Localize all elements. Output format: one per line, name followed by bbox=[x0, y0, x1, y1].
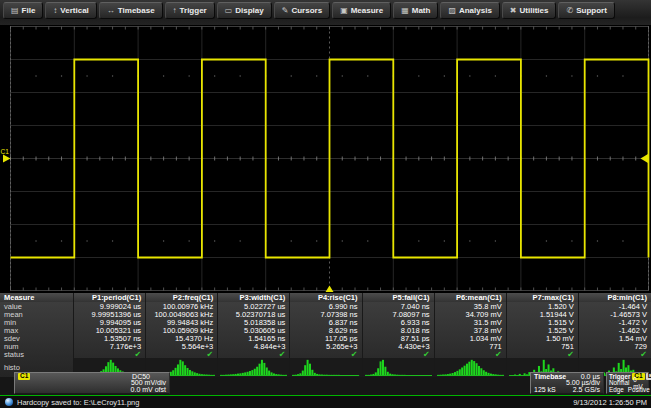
measure-value-p1: 9.999024 us bbox=[74, 302, 146, 310]
menubar: ▤File↕Vertical↔Timebase↑Trigger▭Display✎… bbox=[0, 0, 651, 25]
channel-c1-descriptor[interactable]: C1 DC50 500 mV/div 0.0 mV ofst bbox=[14, 372, 170, 394]
measure-sdev-p4: 117.05 ps bbox=[290, 334, 362, 342]
measure-max-p2: 100.05909 kHz bbox=[146, 326, 218, 334]
timebase-descriptor[interactable]: Timebase 0.0 µs 5.00 µs/div 125 kS 2.5 G… bbox=[530, 372, 604, 394]
measure-header-p8[interactable]: P8:min(C1) bbox=[579, 293, 651, 302]
menu-timebase[interactable]: ↔Timebase bbox=[99, 2, 163, 19]
measure-num-p8: 729 bbox=[579, 342, 651, 350]
measure-header-p5[interactable]: P5:fall(C1) bbox=[363, 293, 435, 302]
measure-header-p2[interactable]: P2:freq(C1) bbox=[146, 293, 218, 302]
menu-measure[interactable]: ▣Measure bbox=[332, 2, 391, 19]
status-check-p5: ✔ bbox=[363, 350, 435, 358]
clock-datetime: 9/13/2012 1:26:50 PM bbox=[573, 398, 647, 407]
menu-support[interactable]: ✆Support bbox=[558, 2, 614, 19]
oscilloscope-app: ▤File↕Vertical↔Timebase↑Trigger▭Display✎… bbox=[0, 0, 651, 408]
menu-math[interactable]: ▦Math bbox=[393, 2, 438, 19]
menu-label: Measure bbox=[351, 6, 383, 15]
waveform-display[interactable]: C1 bbox=[0, 25, 651, 293]
measure-sdev-p1: 1.53507 ns bbox=[74, 334, 146, 342]
status-check-p2: ✔ bbox=[146, 350, 218, 358]
measure-num-p6: 771 bbox=[435, 342, 507, 350]
status-check-p4: ✔ bbox=[290, 350, 362, 358]
menu-display[interactable]: ▭Display bbox=[217, 2, 272, 19]
grid-svg[interactable]: C1 bbox=[0, 25, 651, 293]
measure-value-p3: 5.022727 us bbox=[218, 302, 290, 310]
trigger-icon: ↑ bbox=[173, 7, 177, 15]
menu-cursors[interactable]: ✎Cursors bbox=[274, 2, 330, 19]
measure-min-p5: 6.933 ns bbox=[363, 318, 435, 326]
measure-header-p1[interactable]: P1:period(C1) bbox=[74, 293, 146, 302]
trigger-position-marker[interactable] bbox=[326, 286, 334, 293]
measure-value-p7: 1.520 V bbox=[507, 302, 579, 310]
channel-badge: C1 bbox=[18, 373, 30, 380]
measure-num-p4: 5.265e+3 bbox=[290, 342, 362, 350]
menu-vertical[interactable]: ↕Vertical bbox=[45, 2, 96, 19]
histogram-p3 bbox=[218, 358, 290, 377]
utilities-icon: ✖ bbox=[510, 7, 517, 15]
measure-sdev-p2: 15.4370 Hz bbox=[146, 334, 218, 342]
measure-header-p6[interactable]: P6:mean(C1) bbox=[435, 293, 507, 302]
menu-label: Vertical bbox=[60, 6, 88, 15]
trigger-slope-label: Positive bbox=[628, 386, 650, 393]
timebase-icon: ↔ bbox=[107, 7, 115, 15]
measure-num-p3: 4.844e+3 bbox=[218, 342, 290, 350]
trigger-descriptor[interactable]: Trigger C1 DC Normal 0 mV Edge Positive bbox=[606, 372, 649, 394]
histogram-p5 bbox=[363, 358, 435, 377]
measure-mean-p8: -1.46573 V bbox=[579, 310, 651, 318]
row-label-sdev: sdev bbox=[0, 334, 74, 342]
measure-num-p2: 5.564e+3 bbox=[146, 342, 218, 350]
menu-label: Timebase bbox=[118, 6, 155, 15]
support-icon: ✆ bbox=[566, 7, 573, 15]
menu-label: Utilities bbox=[520, 6, 549, 15]
measure-sdev-p5: 87.51 ps bbox=[363, 334, 435, 342]
measure-mean-p1: 9.99951396 us bbox=[74, 310, 146, 318]
measure-value-p8: -1.464 V bbox=[579, 302, 651, 310]
menu-label: Trigger bbox=[180, 6, 207, 15]
measure-value-p6: 35.8 mV bbox=[435, 302, 507, 310]
status-check-p1: ✔ bbox=[74, 350, 146, 358]
measure-num-p7: 751 bbox=[507, 342, 579, 350]
histogram-p6 bbox=[435, 358, 507, 377]
measure-mean-p7: 1.51944 V bbox=[507, 310, 579, 318]
trigger-level-marker[interactable] bbox=[641, 154, 649, 163]
measure-min-p4: 6.837 ns bbox=[290, 318, 362, 326]
measure-min-p8: -1.472 V bbox=[579, 318, 651, 326]
status-check-p3: ✔ bbox=[218, 350, 290, 358]
c1-ground-marker[interactable] bbox=[3, 155, 11, 163]
measure-mean-p2: 100.0049063 kHz bbox=[146, 310, 218, 318]
measure-max-p6: 37.8 mV bbox=[435, 326, 507, 334]
display-icon: ▭ bbox=[225, 7, 233, 15]
measure-table: MeasureP1:period(C1)P2:freq(C1)P3:width(… bbox=[0, 293, 651, 377]
row-label-num: num bbox=[0, 342, 74, 350]
menu-analysis[interactable]: ▨Analysis bbox=[440, 2, 499, 19]
measure-max-p8: -1.462 V bbox=[579, 326, 651, 334]
menu-trigger[interactable]: ↑Trigger bbox=[165, 2, 215, 19]
analysis-icon: ▨ bbox=[448, 7, 456, 15]
measure-min-p2: 99.94843 kHz bbox=[146, 318, 218, 326]
menu-file[interactable]: ▤File bbox=[3, 2, 43, 19]
menu-label: File bbox=[22, 6, 36, 15]
measure-mean-p3: 5.02370718 us bbox=[218, 310, 290, 318]
measure-min-p3: 5.018358 us bbox=[218, 318, 290, 326]
measure-sdev-p8: 1.54 mV bbox=[579, 334, 651, 342]
timebase-title: Timebase bbox=[534, 373, 566, 380]
menu-utilities[interactable]: ✖Utilities bbox=[502, 2, 557, 19]
status-check-p6: ✔ bbox=[435, 350, 507, 358]
status-check-p7: ✔ bbox=[507, 350, 579, 358]
trigger-coupling-badge: DC bbox=[646, 373, 651, 380]
measure-header-p3[interactable]: P3:width(C1) bbox=[218, 293, 290, 302]
measure-value-p2: 100.00976 kHz bbox=[146, 302, 218, 310]
sample-rate-label: 2.5 GS/s bbox=[573, 386, 600, 393]
row-label-mean: mean bbox=[0, 310, 74, 318]
menu-label: Math bbox=[412, 6, 431, 15]
measure-sdev-p3: 1.54165 ns bbox=[218, 334, 290, 342]
measure-min-p1: 9.994095 us bbox=[74, 318, 146, 326]
measure-max-p3: 5.030605 us bbox=[218, 326, 290, 334]
measure-header-p7[interactable]: P7:max(C1) bbox=[507, 293, 579, 302]
row-label-min: min bbox=[0, 318, 74, 326]
measure-num-p5: 4.430e+3 bbox=[363, 342, 435, 350]
measure-header-p4[interactable]: P4:rise(C1) bbox=[290, 293, 362, 302]
measure-sdev-p7: 1.50 mV bbox=[507, 334, 579, 342]
status-check-p8: ✔ bbox=[579, 350, 651, 358]
measure-sdev-p6: 1.034 mV bbox=[435, 334, 507, 342]
